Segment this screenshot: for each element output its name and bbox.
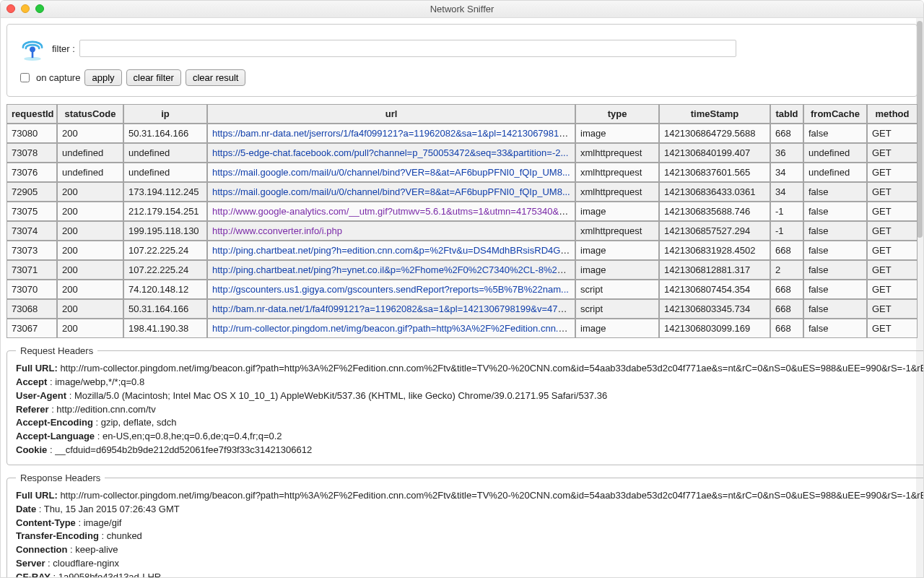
cell-tabId: 668 [770,319,803,338]
table-row[interactable]: 73078undefinedundefinedhttps://5-edge-ch… [6,143,918,163]
cell-statusCode: 200 [57,260,123,280]
cell-timeStamp: 1421306837601.565 [659,163,770,182]
cell-statusCode: 200 [57,202,123,221]
cell-method: GET [867,241,918,260]
on-capture-checkbox[interactable] [20,73,30,82]
cell-tabId: 668 [770,299,803,319]
cell-url: http://www.cconverter.info/i.php [207,221,575,241]
cell-url: https://mail.google.com/mail/u/0/channel… [207,163,575,182]
cell-timeStamp: 1421306835688.746 [659,202,770,221]
col-header-url[interactable]: url [207,104,575,124]
clear-result-button[interactable]: clear result [186,69,246,86]
cell-requestId: 73068 [6,299,57,319]
minimize-window-icon[interactable] [21,4,30,13]
col-header-statuscode[interactable]: statusCode [57,104,123,124]
clear-filter-button[interactable]: clear filter [126,69,181,86]
cell-statusCode: 200 [57,182,123,202]
cell-tabId: -1 [770,202,803,221]
col-header-method[interactable]: method [867,104,918,124]
cell-fromCache: undefined [803,163,867,182]
request-header-line: Referer : http://edition.cnn.com/tv [16,403,923,417]
cell-ip: 107.22.225.24 [123,260,207,280]
window-controls [6,4,44,13]
table-row[interactable]: 73076undefinedundefinedhttps://mail.goog… [6,163,918,182]
cell-tabId: 668 [770,280,803,299]
url-link[interactable]: http://www.cconverter.info/i.php [212,225,342,236]
cell-requestId: 73067 [6,319,57,338]
col-header-ip[interactable]: ip [123,104,207,124]
col-header-requestid[interactable]: requestId [6,104,57,124]
cell-statusCode: 200 [57,124,123,143]
cell-method: GET [867,202,918,221]
table-row[interactable]: 73073200107.22.225.24http://ping.chartbe… [6,241,918,260]
request-header-line: Accept : image/webp,*/*;q=0.8 [16,376,923,389]
url-link[interactable]: https://bam.nr-data.net/jserrors/1/fa4f0… [212,128,572,139]
url-link[interactable]: https://mail.google.com/mail/u/0/channel… [212,167,570,178]
cell-tabId: 668 [770,124,803,143]
url-link[interactable]: http://www.google-analytics.com/__utm.gi… [212,206,572,217]
cell-method: GET [867,163,918,182]
cell-fromCache: false [803,280,867,299]
cell-requestId: 73074 [6,221,57,241]
response-full-url: Full URL: http://rum-collector.pingdom.n… [16,489,923,503]
table-row[interactable]: 73067200198.41.190.38http://rum-collecto… [6,319,918,338]
cell-timeStamp: 1421306803345.734 [659,299,770,319]
cell-url: http://ping.chartbeat.net/ping?h=edition… [207,241,575,260]
cell-statusCode: 200 [57,241,123,260]
cell-ip: 74.120.148.12 [123,280,207,299]
cell-ip: undefined [123,143,207,163]
cell-statusCode: 200 [57,319,123,338]
request-full-url: Full URL: http://rum-collector.pingdom.n… [16,362,923,376]
table-row[interactable]: 73074200199.195.118.130http://www.cconve… [6,221,918,241]
col-header-timestamp[interactable]: timeStamp [659,104,770,124]
cell-type: script [575,299,659,319]
maximize-window-icon[interactable] [35,4,44,13]
filter-input[interactable] [79,40,736,57]
url-link[interactable]: https://mail.google.com/mail/u/0/channel… [212,186,570,197]
cell-type: xmlhttprequest [575,221,659,241]
url-link[interactable]: http://gscounters.us1.gigya.com/gscounte… [212,284,569,295]
cell-statusCode: 200 [57,221,123,241]
table-row[interactable]: 73071200107.22.225.24http://ping.chartbe… [6,260,918,280]
table-row[interactable]: 7308020050.31.164.166https://bam.nr-data… [6,124,918,143]
cell-url: https://mail.google.com/mail/u/0/channel… [207,182,575,202]
table-row[interactable]: 7307020074.120.148.12http://gscounters.u… [6,280,918,299]
request-header-line: User-Agent : Mozilla/5.0 (Macintosh; Int… [16,389,923,403]
response-headers-panel: Response Headers Full URL: http://rum-co… [6,473,923,577]
cell-method: GET [867,221,918,241]
url-link[interactable]: https://5-edge-chat.facebook.com/pull?ch… [212,147,568,158]
cell-method: GET [867,280,918,299]
cell-ip: 50.31.164.166 [123,299,207,319]
apply-button[interactable]: apply [84,69,121,86]
cell-type: xmlhttprequest [575,182,659,202]
cell-timeStamp: 1421306803099.169 [659,319,770,338]
table-row[interactable]: 73075200212.179.154.251http://www.google… [6,202,918,221]
col-header-fromcache[interactable]: fromCache [803,104,867,124]
close-window-icon[interactable] [6,4,15,13]
cell-statusCode: undefined [57,163,123,182]
cell-timeStamp: 1421306840199.407 [659,143,770,163]
response-header-line: Transfer-Encoding : chunked [16,530,923,543]
cell-ip: 199.195.118.130 [123,221,207,241]
cell-tabId: 36 [770,143,803,163]
table-row[interactable]: 72905200173.194.112.245https://mail.goog… [6,182,918,202]
cell-type: image [575,124,659,143]
col-header-type[interactable]: type [575,104,659,124]
url-link[interactable]: http://bam.nr-data.net/1/fa4f099121?a=11… [212,303,571,314]
cell-url: http://gscounters.us1.gigya.com/gscounte… [207,280,575,299]
cell-requestId: 73070 [6,280,57,299]
cell-statusCode: 200 [57,299,123,319]
url-link[interactable]: http://ping.chartbeat.net/ping?h=ynet.co… [212,264,572,275]
cell-tabId: -1 [770,221,803,241]
table-row[interactable]: 7306820050.31.164.166http://bam.nr-data.… [6,299,918,319]
cell-type: image [575,260,659,280]
url-link[interactable]: http://rum-collector.pingdom.net/img/bea… [212,323,571,334]
url-link[interactable]: http://ping.chartbeat.net/ping?h=edition… [212,245,573,256]
cell-fromCache: false [803,319,867,338]
cell-requestId: 72905 [6,182,57,202]
cell-type: script [575,280,659,299]
cell-requestId: 73078 [6,143,57,163]
col-header-tabid[interactable]: tabId [770,104,803,124]
cell-type: xmlhttprequest [575,143,659,163]
cell-url: https://bam.nr-data.net/jserrors/1/fa4f0… [207,124,575,143]
